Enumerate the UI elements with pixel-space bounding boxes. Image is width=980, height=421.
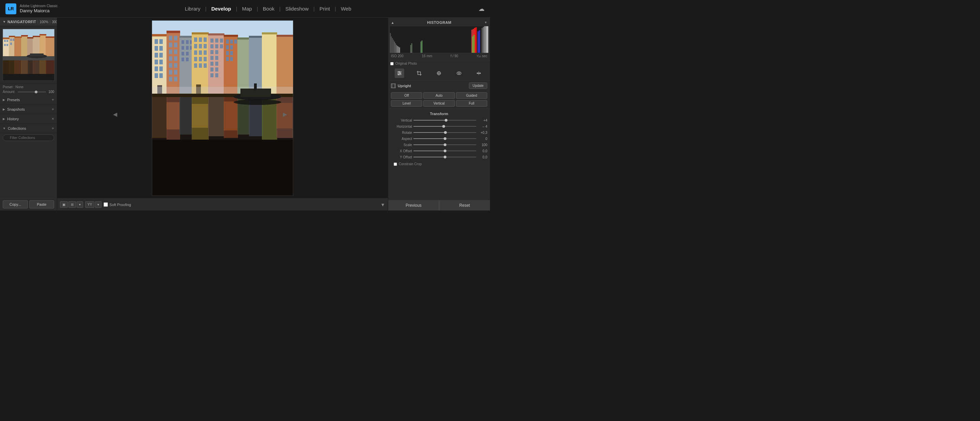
edit-dropdown-btn[interactable]: ▾ (95, 201, 102, 208)
histogram-dropdown-arrow[interactable]: ▼ (484, 21, 487, 24)
transform-xoffset-label: X Offset (391, 149, 412, 153)
eye-tool[interactable] (454, 69, 464, 78)
svg-rect-97 (204, 63, 207, 68)
svg-rect-178 (472, 37, 473, 53)
histogram-chart (390, 26, 488, 53)
history-close-btn[interactable]: × (51, 116, 54, 121)
upright-header: Upright Update (388, 80, 490, 91)
soft-proofing-checkbox[interactable] (103, 203, 108, 207)
nav-book[interactable]: Book (259, 4, 278, 14)
transform-vertical-row: Vertical +4 (391, 118, 487, 123)
svg-rect-20 (6, 44, 8, 46)
histogram-header: ▲ Histogram ▼ (390, 19, 488, 26)
upright-vertical-btn[interactable]: Vertical (423, 100, 455, 107)
previous-button[interactable]: Previous (388, 200, 439, 210)
section-collections[interactable]: ▼ Collections + (0, 124, 57, 133)
svg-rect-107 (210, 50, 213, 54)
dots-icon (476, 70, 482, 76)
transform-yoffset-slider[interactable] (414, 155, 476, 159)
transform-vertical-value: +4 (478, 118, 487, 122)
upright-guided-btn[interactable]: Guided (456, 92, 487, 99)
svg-rect-26 (3, 60, 10, 74)
top-nav-right: ☁ (479, 5, 485, 13)
transform-aspect-slider[interactable] (414, 136, 476, 141)
left-panel-collapse-arrow[interactable]: ◀ (113, 111, 117, 118)
svg-rect-6 (33, 36, 40, 56)
copy-button[interactable]: Copy... (3, 200, 28, 209)
effects-tool[interactable] (474, 69, 484, 78)
zoom-fit[interactable]: FIT (31, 20, 36, 24)
nav-slideshow[interactable]: Slideshow (282, 4, 312, 14)
upright-level-btn[interactable]: Level (391, 100, 422, 107)
section-presets[interactable]: ▶ Presets + (0, 95, 57, 105)
nav-develop[interactable]: Develop (208, 4, 234, 14)
nav-print[interactable]: Print (316, 4, 333, 14)
svg-rect-43 (159, 46, 163, 51)
svg-rect-169 (399, 47, 400, 53)
upright-full-btn[interactable]: Full (456, 100, 487, 107)
history-label: History (7, 117, 19, 121)
view-dropdown-btn[interactable]: ▾ (76, 201, 83, 208)
section-history[interactable]: ▶ History × (0, 114, 57, 124)
original-photo-checkbox[interactable] (390, 62, 394, 65)
svg-rect-104 (210, 44, 213, 48)
history-arrow: ▶ (3, 117, 5, 121)
navigator-collapse-arrow[interactable]: ▼ (3, 20, 6, 24)
toolbar-expand-arrow[interactable]: ▼ (380, 202, 385, 207)
healing-brush-tool[interactable] (434, 69, 444, 78)
amount-slider[interactable] (18, 92, 46, 92)
navigator-thumb-svg (3, 29, 54, 81)
upright-update-btn[interactable]: Update (469, 83, 487, 89)
transform-vertical-label: Vertical (391, 118, 412, 122)
compare-view-btn[interactable]: ⊞ (68, 201, 76, 208)
brush-icon (436, 70, 442, 76)
edit-btn-1[interactable]: YY (85, 201, 94, 208)
upright-auto-btn[interactable]: Auto (423, 92, 455, 99)
svg-rect-124 (226, 51, 229, 55)
transform-scale-label: Scale (391, 143, 412, 147)
svg-rect-150 (167, 102, 180, 129)
collections-add-btn[interactable]: + (51, 126, 54, 131)
svg-point-189 (399, 73, 401, 74)
svg-rect-118 (224, 35, 238, 37)
svg-rect-90 (199, 50, 202, 55)
transform-horizontal-slider[interactable] (414, 124, 476, 129)
transform-scale-slider[interactable] (414, 142, 476, 147)
zoom-100[interactable]: 100% (40, 20, 48, 24)
svg-rect-57 (169, 43, 172, 47)
soft-proofing-label: Soft Proofing (109, 203, 131, 207)
reset-button[interactable]: Reset (439, 200, 490, 210)
svg-rect-67 (169, 77, 172, 81)
transform-xoffset-slider[interactable] (414, 148, 476, 153)
transform-aspect-label: Aspect (391, 137, 412, 141)
nav-library[interactable]: Library (181, 4, 204, 14)
basic-corrections-tool[interactable] (395, 69, 404, 78)
loupe-view-btn[interactable]: ▣ (60, 201, 68, 208)
crop-icon (416, 70, 422, 76)
transform-rotate-slider[interactable] (414, 130, 476, 135)
svg-rect-28 (14, 60, 22, 74)
svg-rect-109 (210, 56, 213, 60)
crop-tool[interactable] (414, 69, 424, 78)
upright-off-btn[interactable]: Off (391, 92, 422, 99)
svg-rect-74 (181, 46, 184, 50)
constrain-crop-checkbox[interactable] (394, 163, 397, 166)
top-navigation: LR Adobe Lightroom Classic Danny Maiorca… (0, 0, 490, 18)
svg-rect-51 (159, 73, 163, 78)
zoom-300[interactable]: 300% (52, 20, 57, 24)
collections-filter-input[interactable] (3, 134, 54, 141)
cloud-icon[interactable]: ☁ (479, 5, 485, 13)
paste-button[interactable]: Paste (29, 200, 54, 209)
svg-rect-179 (473, 35, 475, 53)
section-snapshots[interactable]: ▶ Snapshots + (0, 105, 57, 114)
snapshots-add-btn[interactable]: + (51, 107, 54, 112)
collections-label: Collections (8, 126, 26, 131)
original-photo-label: Original Photo (395, 62, 417, 65)
svg-rect-125 (230, 51, 233, 55)
nav-web[interactable]: Web (337, 4, 355, 14)
right-panel-collapse-arrow[interactable]: ▶ (283, 111, 287, 118)
presets-add-btn[interactable]: + (51, 97, 54, 102)
transform-vertical-slider[interactable] (414, 118, 476, 123)
svg-rect-184 (482, 28, 483, 53)
nav-map[interactable]: Map (239, 4, 255, 14)
